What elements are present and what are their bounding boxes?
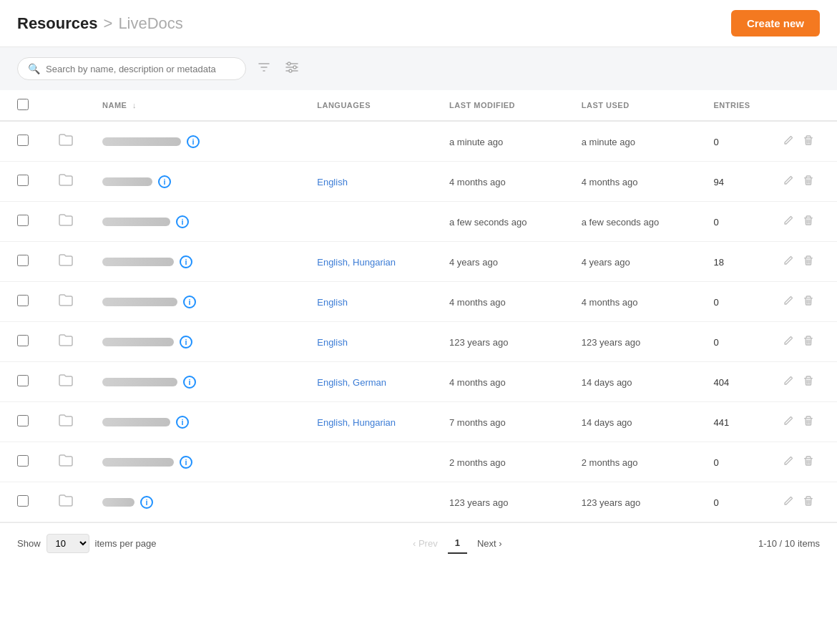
info-icon[interactable]: i: [183, 376, 196, 389]
delete-icon[interactable]: [803, 135, 814, 149]
table-row: i 123 years ago123 years ago0: [0, 482, 837, 522]
header-entries: ENTRIES: [702, 90, 770, 121]
folder-icon: [58, 215, 74, 230]
search-bar: 🔍: [0, 47, 837, 90]
delete-icon[interactable]: [803, 495, 814, 509]
edit-icon[interactable]: [783, 135, 794, 149]
last-modified-value: 4 months ago: [449, 177, 506, 187]
row-last-modified: 4 months ago: [438, 362, 570, 402]
edit-icon[interactable]: [783, 175, 794, 189]
search-input[interactable]: [46, 64, 235, 74]
row-last-modified: a few seconds ago: [438, 202, 570, 242]
row-actions: [771, 282, 837, 322]
settings-icon[interactable]: [282, 58, 302, 80]
folder-icon: [58, 415, 74, 431]
name-placeholder: [102, 258, 174, 266]
header-name[interactable]: NAME ↓: [91, 90, 305, 121]
last-used-value: 14 days ago: [582, 417, 632, 428]
row-last-used: 4 months ago: [570, 162, 703, 202]
row-checkbox[interactable]: [17, 375, 29, 386]
name-cell: i: [102, 296, 294, 308]
delete-icon[interactable]: [803, 215, 814, 229]
prev-button[interactable]: ‹ Prev: [406, 534, 445, 553]
row-checkbox[interactable]: [17, 455, 29, 467]
edit-icon[interactable]: [783, 375, 794, 389]
edit-icon[interactable]: [783, 255, 794, 269]
name-placeholder: [102, 458, 174, 467]
edit-icon[interactable]: [783, 455, 794, 469]
row-folder-icon-cell: [46, 282, 91, 322]
table-header-row: NAME ↓ LANGUAGES LAST MODIFIED LAST USED…: [0, 90, 837, 121]
edit-icon[interactable]: [783, 215, 794, 229]
info-icon[interactable]: i: [176, 215, 189, 228]
footer-left: Show 10 25 50 100 items per page: [17, 534, 157, 553]
row-checkbox[interactable]: [17, 175, 29, 186]
row-name-cell: i: [91, 282, 305, 322]
delete-icon[interactable]: [803, 255, 814, 269]
language-value: English, Hungarian: [317, 417, 396, 428]
table-row: i a few seconds agoa few seconds ago0: [0, 202, 837, 242]
name-placeholder: [102, 298, 177, 306]
row-checkbox[interactable]: [17, 135, 29, 146]
delete-icon[interactable]: [803, 415, 814, 429]
info-icon[interactable]: i: [180, 336, 192, 348]
edit-icon[interactable]: [783, 295, 794, 309]
sort-arrow-icon: ↓: [132, 101, 137, 109]
row-checkbox[interactable]: [17, 415, 29, 426]
select-all-checkbox[interactable]: [17, 99, 29, 110]
row-folder-icon-cell: [46, 442, 91, 482]
info-icon[interactable]: i: [158, 175, 171, 188]
next-button[interactable]: Next ›: [470, 534, 509, 553]
entries-value: 404: [713, 377, 729, 388]
row-entries: 94: [702, 162, 770, 202]
info-icon[interactable]: i: [180, 255, 192, 268]
delete-icon[interactable]: [803, 295, 814, 309]
folder-icon: [58, 175, 74, 190]
row-name-cell: i: [91, 121, 305, 162]
info-icon[interactable]: i: [176, 416, 189, 429]
edit-icon[interactable]: [783, 495, 794, 509]
name-cell: i: [102, 255, 294, 268]
row-actions: [771, 242, 837, 282]
delete-icon[interactable]: [803, 175, 814, 189]
row-name-cell: i: [91, 322, 305, 362]
row-entries: 0: [702, 121, 770, 162]
row-checkbox-cell: [0, 482, 46, 522]
row-entries: 0: [702, 442, 770, 482]
entries-value: 18: [713, 257, 723, 268]
last-modified-value: 7 months ago: [449, 417, 506, 428]
info-icon[interactable]: i: [140, 496, 153, 509]
delete-icon[interactable]: [803, 335, 814, 349]
row-folder-icon-cell: [46, 402, 91, 442]
create-new-button[interactable]: Create new: [731, 10, 820, 36]
row-languages: English: [305, 162, 438, 202]
per-page-select[interactable]: 10 25 50 100: [46, 534, 89, 553]
row-checkbox[interactable]: [17, 295, 29, 306]
edit-icon[interactable]: [783, 335, 794, 349]
name-placeholder: [102, 218, 170, 226]
delete-icon[interactable]: [803, 455, 814, 469]
info-icon[interactable]: i: [183, 296, 196, 308]
last-used-value: a minute ago: [582, 137, 635, 147]
search-icon: 🔍: [28, 63, 40, 74]
breadcrumb: Resources > LiveDocs: [17, 14, 183, 33]
footer: Show 10 25 50 100 items per page ‹ Prev …: [0, 522, 837, 564]
name-cell: i: [102, 376, 294, 389]
info-icon[interactable]: i: [187, 135, 200, 148]
search-input-wrap: 🔍: [17, 57, 246, 80]
filter-icon[interactable]: [255, 58, 273, 80]
page-1-button[interactable]: 1: [448, 533, 467, 554]
row-checkbox[interactable]: [17, 215, 29, 226]
delete-icon[interactable]: [803, 375, 814, 389]
info-icon[interactable]: i: [180, 456, 192, 469]
edit-icon[interactable]: [783, 415, 794, 429]
row-folder-icon-cell: [46, 482, 91, 522]
row-checkbox[interactable]: [17, 495, 29, 507]
row-folder-icon-cell: [46, 362, 91, 402]
row-checkbox[interactable]: [17, 335, 29, 346]
header-languages: LANGUAGES: [305, 90, 438, 121]
pagination: ‹ Prev 1 Next ›: [406, 533, 509, 554]
row-checkbox[interactable]: [17, 255, 29, 266]
row-last-modified: 7 months ago: [438, 402, 570, 442]
entries-value: 0: [713, 297, 718, 308]
